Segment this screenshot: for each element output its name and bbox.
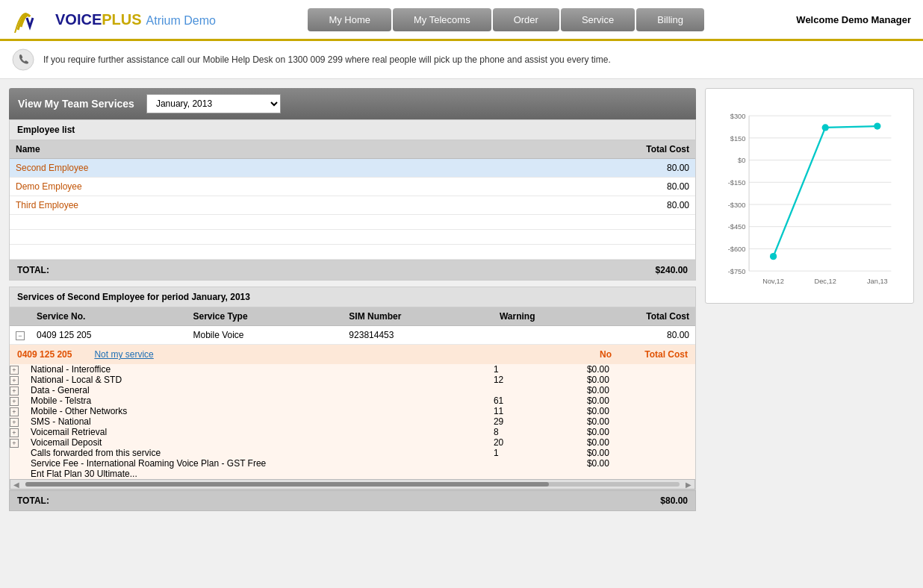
table-row[interactable]: Demo Employee 80.00	[10, 178, 695, 196]
services-header: Services of Second Employee for period J…	[10, 287, 695, 307]
plus-icon[interactable]: +	[10, 397, 19, 406]
total-label: TOTAL:	[17, 265, 49, 275]
expand-icon-cell[interactable]: +	[10, 364, 31, 375]
plus-icon[interactable]: +	[10, 418, 19, 427]
detail-no: 8	[494, 427, 587, 437]
detail-row[interactable]: + National - Local & STD 12 $0.00	[10, 375, 695, 385]
detail-cost: $0.00	[587, 437, 695, 448]
col-total-cost: Total Cost	[425, 140, 695, 159]
svg-text:$0: $0	[738, 157, 745, 164]
expand-icon-cell[interactable]: +	[10, 437, 31, 448]
detail-cost: $0.00	[587, 385, 695, 395]
detail-no	[494, 385, 587, 395]
services-total-row: TOTAL: $80.00	[9, 490, 696, 511]
detail-label: Voicemail Deposit	[31, 437, 494, 448]
detail-label: Service Fee - International Roaming Voic…	[31, 458, 494, 469]
detail-row[interactable]: Ent Flat Plan 30 Ultimate...	[10, 469, 695, 479]
plus-icon[interactable]: +	[10, 407, 19, 416]
chart-point-dec	[822, 124, 829, 131]
detail-cost: $0.00	[587, 427, 695, 437]
detail-row[interactable]: + National - Interoffice 1 $0.00	[10, 364, 695, 375]
nav-order[interactable]: Order	[493, 8, 559, 31]
scroll-right-arrow[interactable]: ▶	[683, 481, 694, 489]
expand-icon-cell	[10, 458, 31, 469]
employee-section: Employee list Name Total Cost Second Emp…	[9, 119, 696, 260]
detail-no: 29	[494, 416, 587, 427]
service-main-row[interactable]: − 0409 125 205 Mobile Voice 923814453 80…	[10, 326, 695, 345]
detail-row[interactable]: + Voicemail Retrieval 8 $0.00	[10, 427, 695, 437]
not-my-service-link[interactable]: Not my service	[94, 349, 583, 360]
plus-icon[interactable]: +	[10, 439, 19, 448]
chart-box: $300 $150 $0 -$150 -$300 -$450 -$600 -$7…	[705, 88, 914, 304]
nav-billing[interactable]: Billing	[636, 8, 704, 31]
col-svc-cost: Total Cost	[587, 307, 695, 326]
horizontal-scrollbar[interactable]: ◀ ▶	[10, 479, 695, 490]
minus-icon[interactable]: −	[16, 331, 25, 340]
detail-row[interactable]: + SMS - National 29 $0.00	[10, 416, 695, 427]
warning	[494, 326, 587, 345]
services-section: Services of Second Employee for period J…	[9, 287, 696, 490]
detail-label: Mobile - Telstra	[31, 395, 494, 406]
detail-cost: $0.00	[587, 364, 695, 375]
expand-icon-cell[interactable]: +	[10, 395, 31, 406]
employee-table: Name Total Cost Second Employee 80.00 De…	[10, 140, 695, 260]
services-scroll[interactable]: Service No. Service Type SIM Number Warn…	[10, 307, 695, 479]
scroll-left-arrow[interactable]: ◀	[10, 481, 22, 489]
expand-icon-cell[interactable]: +	[10, 375, 31, 385]
detail-row[interactable]: + Data - General $0.00	[10, 385, 695, 395]
chart-point-jan	[874, 122, 880, 129]
nav-my-home[interactable]: My Home	[308, 8, 391, 31]
detail-row[interactable]: Service Fee - International Roaming Voic…	[10, 458, 695, 469]
detail-cost: $0.00	[587, 448, 695, 458]
svg-point-0	[13, 49, 34, 70]
employee-total-row: TOTAL: $240.00	[9, 260, 696, 281]
detail-label: Data - General	[31, 385, 494, 395]
main: View My Team Services November, 2012 Dec…	[0, 79, 923, 520]
plus-icon[interactable]: +	[10, 428, 19, 437]
svg-text:-$450: -$450	[728, 223, 746, 231]
month-select[interactable]: November, 2012 December, 2012 January, 2…	[146, 94, 281, 113]
svg-text:-$750: -$750	[728, 268, 746, 275]
detail-no: 1	[494, 364, 587, 375]
collapse-icon[interactable]: −	[10, 326, 31, 345]
expand-icon-cell[interactable]: +	[10, 406, 31, 416]
expand-icon-cell[interactable]: +	[10, 385, 31, 395]
plus-icon[interactable]: +	[10, 376, 19, 385]
detail-row[interactable]: + Voicemail Deposit 20 $0.00	[10, 437, 695, 448]
col-expand	[10, 307, 31, 326]
detail-row[interactable]: + Mobile - Telstra 61 $0.00	[10, 395, 695, 406]
logo-icon	[12, 6, 48, 33]
detail-row[interactable]: Calls forwarded from this service 1 $0.0…	[10, 448, 695, 458]
detail-row[interactable]: + Mobile - Other Networks 11 $0.00	[10, 406, 695, 416]
employee-list-title: Employee list	[10, 120, 695, 140]
col-svc-no: Service No.	[31, 307, 187, 326]
table-row[interactable]: Second Employee 80.00	[10, 159, 695, 178]
employee-cost: 80.00	[425, 159, 695, 178]
svg-text:$150: $150	[730, 135, 746, 143]
detail-no: 1	[494, 448, 587, 458]
expanded-header-cell: 0409 125 205 Not my service No Total Cos…	[10, 345, 695, 365]
nav: My Home My Telecoms Order Service Billin…	[308, 8, 704, 31]
services-table: Service No. Service Type SIM Number Warn…	[10, 307, 695, 479]
employee-cost: 80.00	[425, 178, 695, 196]
nav-service[interactable]: Service	[561, 8, 635, 31]
expand-icon-cell[interactable]: +	[10, 427, 31, 437]
expanded-row-header: 0409 125 205 Not my service No Total Cos…	[10, 345, 695, 365]
employee-cost: 80.00	[425, 196, 695, 215]
x-label-jan: Jan,13	[867, 278, 888, 285]
plus-icon[interactable]: +	[10, 387, 19, 395]
help-text: If you require further assistance call o…	[43, 54, 611, 65]
exp-service-no: 0409 125 205	[17, 349, 72, 360]
scroll-track[interactable]	[25, 482, 680, 487]
logo-text: VOICEPLUSAtrium Demo	[55, 11, 216, 28]
expand-icon-cell[interactable]: +	[10, 416, 31, 427]
scroll-thumb[interactable]	[25, 482, 549, 487]
help-bar: If you require further assistance call o…	[0, 41, 923, 79]
detail-cost: $0.00	[587, 395, 695, 406]
table-row[interactable]: Third Employee 80.00	[10, 196, 695, 215]
employee-name: Demo Employee	[10, 178, 425, 196]
plus-icon[interactable]: +	[10, 366, 19, 375]
detail-label: Voicemail Retrieval	[31, 427, 494, 437]
nav-my-telecoms[interactable]: My Telecoms	[393, 8, 491, 31]
header: VOICEPLUSAtrium Demo My Home My Telecoms…	[0, 0, 923, 41]
